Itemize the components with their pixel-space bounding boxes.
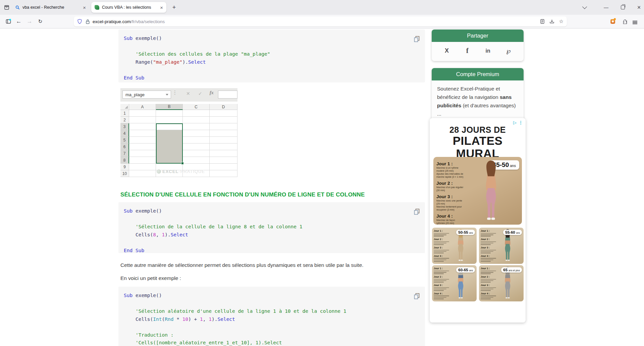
ad-day-label: Jour 4 :: [481, 292, 501, 295]
ad-day-text: [481, 272, 493, 273]
tab-cours-vba[interactable]: Cours VBA : les sélections ×: [91, 2, 166, 13]
restore-button[interactable]: [617, 0, 629, 15]
premium-box-text: Soutenez Excel-Pratique et bénéficiez de…: [432, 80, 524, 123]
paragraph: Cette autre manière de sélectionner perm…: [120, 262, 364, 268]
ad-day-label: Jour 3 :: [481, 284, 501, 287]
ad-day-text: [434, 282, 444, 283]
code-block-3: Sub exemple() 'Sélection aléatoire d'une…: [118, 287, 425, 346]
ad-day-label: Jour 1 :: [436, 161, 480, 166]
share-box-title: Partager: [432, 30, 524, 42]
code-line: Cells(8, 1).Select: [124, 231, 425, 239]
excel-cell: [210, 137, 237, 143]
minimize-button[interactable]: —: [600, 0, 612, 15]
web-page: Sub exemple() 'Sélection des cellules de…: [0, 28, 644, 346]
ad-day-text: modéré (25 min): [436, 169, 480, 172]
menu-hamburger-icon[interactable]: [633, 17, 641, 26]
ad-main-image[interactable]: Jour 1 :Marchez à un rythmemodéré (25 mi…: [433, 157, 522, 225]
ad-day-label: Jour 1 :: [434, 229, 454, 232]
url-bar[interactable]: excel-pratique.com/fr/vba/selections ☆: [74, 16, 567, 26]
excel-cell: [183, 130, 210, 137]
excel-cell: [210, 130, 237, 137]
ad-day-label: Jour 4 :: [481, 254, 501, 257]
enter-icon: ✓: [198, 91, 202, 96]
lock-icon[interactable]: [86, 19, 90, 24]
code-block-2: Sub exemple() 'Sélection de la cellule d…: [118, 202, 425, 253]
code-line: Cells(Int(Rnd * 10) + 1, 1).Select: [124, 315, 425, 324]
ad-day-text: [481, 260, 493, 261]
paragraph: En voici un petit exemple :: [120, 275, 181, 281]
ad-day-text: [481, 290, 491, 291]
excel-cell: [129, 110, 156, 117]
excel-header-cell: 9: [120, 164, 129, 170]
archive-icon[interactable]: [4, 5, 9, 10]
excel-cell: [129, 164, 156, 170]
ad-day-label: Jour 3 :: [481, 246, 501, 249]
ad-day-text: [434, 295, 449, 296]
excel-cell: [183, 143, 210, 150]
ad-tile-image[interactable]: Jour 1 :Jour 2 :Jour 3 :Jour 4 :65ans et…: [479, 265, 524, 301]
ad-day-text: Marchez d'un pas régulier: [436, 186, 480, 189]
extensions-puzzle-icon[interactable]: [621, 17, 629, 26]
ad-options-dots-icon[interactable]: ⋮: [519, 120, 523, 125]
reload-button[interactable]: ↻: [36, 17, 45, 26]
ad-card[interactable]: ▷ ⋮ 28 JOURS DE PILATES MURAL SELON VOTR…: [430, 118, 526, 323]
ad-day-label: Jour 2 :: [481, 238, 501, 241]
excel-cell: [210, 123, 237, 130]
ad-day-text: [434, 250, 449, 251]
bookmark-star-icon[interactable]: ☆: [559, 18, 564, 24]
pinterest-icon[interactable]: ℘: [503, 47, 514, 55]
excel-cell: [156, 117, 183, 123]
tab-bar: vba excel - Recherche × Cours VBA : les …: [0, 0, 644, 15]
tab-search[interactable]: vba excel - Recherche ×: [12, 2, 89, 13]
ad-day-text: [481, 297, 493, 298]
linkedin-icon[interactable]: in: [483, 48, 493, 54]
reader-mode-icon[interactable]: [540, 19, 545, 24]
code-line: [124, 323, 425, 331]
tracking-shield-icon[interactable]: [77, 19, 82, 24]
tab-close-icon[interactable]: ×: [160, 5, 163, 10]
back-button[interactable]: ←: [14, 17, 23, 26]
code-line: [124, 66, 425, 74]
sidebar-toggle-icon[interactable]: [4, 17, 13, 26]
ad-day-text: [434, 243, 446, 244]
premium-box: Compte Premium Soutenez Excel-Pratique e…: [432, 68, 524, 123]
extension-orange-icon[interactable]: [608, 17, 617, 26]
ad-day-text: [434, 251, 446, 252]
ad-day-text: [434, 273, 444, 274]
code-line: [124, 43, 425, 51]
ad-day-label: Jour 4 :: [434, 292, 454, 295]
save-page-icon[interactable]: [549, 19, 554, 24]
premium-box-title[interactable]: Compte Premium: [432, 68, 524, 80]
ad-day-text: [434, 298, 444, 299]
ad-day-label: Jour 2 :: [481, 275, 501, 278]
excel-header-cell: 5: [120, 137, 129, 143]
ad-day-text: [434, 297, 446, 298]
new-tab-button[interactable]: +: [170, 3, 178, 12]
ad-day-text: Marchez avec une pente: [436, 199, 480, 202]
facebook-icon[interactable]: f: [462, 47, 472, 55]
ad-day-text: [434, 244, 444, 245]
age-badge: 50-55ans: [456, 230, 475, 235]
excel-cell: [129, 143, 156, 150]
code-line: End Sub: [124, 247, 425, 255]
copy-code-button[interactable]: [413, 208, 421, 215]
x-twitter-icon[interactable]: X: [442, 47, 452, 54]
tab-title: Cours VBA : les sélections: [102, 5, 157, 10]
tab-list-chevron-icon[interactable]: [579, 0, 590, 15]
ad-tile-image[interactable]: Jour 1 :Jour 2 :Jour 3 :Jour 4 :55-60ans: [479, 228, 524, 264]
ad-tile-image[interactable]: Jour 1 :Jour 2 :Jour 3 :Jour 4 :60-65ans: [432, 265, 477, 301]
tab-close-icon[interactable]: ×: [83, 5, 86, 10]
excel-cell: [129, 157, 156, 164]
excel-header-cell: 8: [120, 157, 129, 164]
code-line: Sub exemple(): [124, 292, 425, 300]
copy-code-button[interactable]: [413, 292, 421, 300]
tab-title: vba excel - Recherche: [22, 5, 80, 10]
code-line: [124, 300, 425, 308]
close-button[interactable]: ×: [633, 0, 644, 15]
ad-tile-image[interactable]: Jour 1 :Jour 2 :Jour 3 :Jour 4 :50-55ans: [432, 228, 477, 264]
adchoices-icon[interactable]: ▷: [513, 120, 517, 125]
forward-button[interactable]: →: [25, 17, 34, 26]
ad-day-text: [481, 234, 493, 235]
ad-day-text: [434, 233, 449, 234]
copy-code-button[interactable]: [413, 35, 421, 43]
